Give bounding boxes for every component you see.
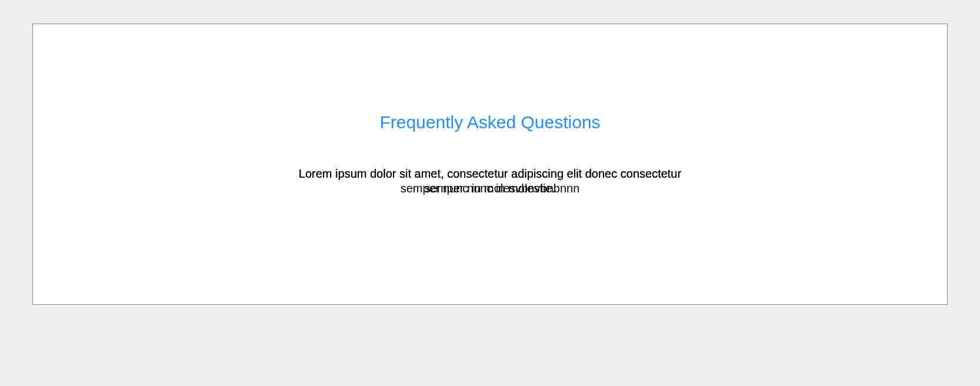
faq-description-overlay: Lorem ipsum dolor sit amet, consectetur … xyxy=(278,167,702,196)
faq-panel: Frequently Asked Questions Lorem ipsum d… xyxy=(32,24,948,305)
faq-heading: Frequently Asked Questions xyxy=(379,112,600,132)
faq-description: Lorem ipsum dolor sit amet, consectetur … xyxy=(278,167,702,196)
